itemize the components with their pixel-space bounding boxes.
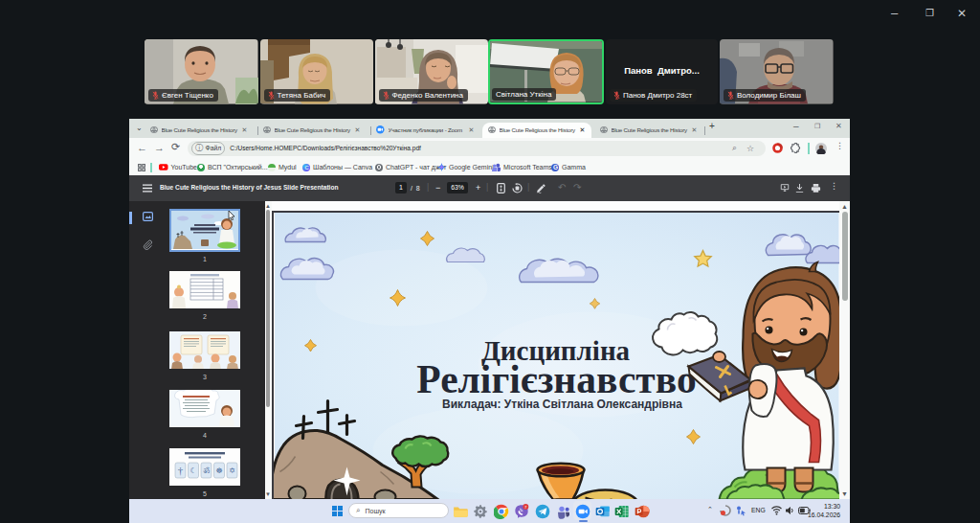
svg-text:Викладач: Уткіна Світлана Олек: Викладач: Уткіна Світлана Олександрівна xyxy=(442,398,682,411)
svg-text:☾: ☾ xyxy=(189,466,196,475)
svg-text:☸: ☸ xyxy=(215,466,222,475)
svg-text:†: † xyxy=(178,465,184,476)
svg-text:✡: ✡ xyxy=(229,466,235,475)
svg-text:Релігієзнавство: Релігієзнавство xyxy=(416,357,696,401)
svg-text:ॐ: ॐ xyxy=(203,466,210,475)
